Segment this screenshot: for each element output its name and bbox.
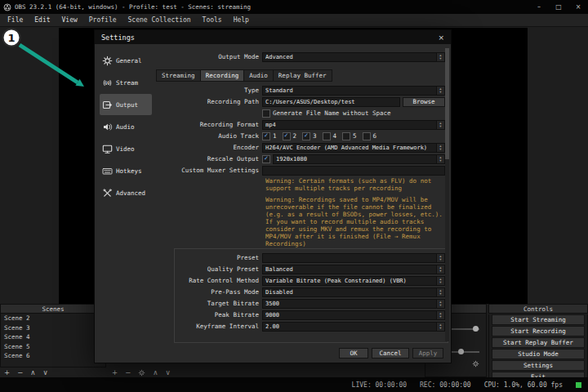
menu-tools[interactable]: Tools	[197, 14, 228, 27]
track-6-checkbox[interactable]	[363, 132, 371, 140]
prepass-mode-label: Pre-Pass Mode	[145, 288, 262, 296]
maximize-button[interactable]: □	[549, 0, 568, 14]
peak-bitrate-spinbox[interactable]: 9000▴▾	[262, 310, 445, 320]
source-properties-gear-icon[interactable]	[138, 369, 145, 376]
mixer-gear-icon[interactable]	[472, 360, 479, 368]
tab-streaming[interactable]: Streaming	[156, 69, 200, 82]
sidebar-item-label: Advanced	[116, 189, 145, 197]
spinner-arrows-icon[interactable]: ▴▾	[436, 288, 444, 296]
quality-preset-select[interactable]: Balanced▴▾	[262, 265, 445, 274]
spinner-arrows-icon[interactable]: ▴▾	[436, 311, 444, 319]
sidebar-item-video[interactable]: Video	[100, 138, 152, 159]
minimize-button[interactable]: –	[529, 0, 549, 14]
menu-scene-collection[interactable]: Scene Collection	[122, 14, 197, 27]
settings-dialog-title: Settings	[101, 33, 135, 42]
controls-dock: Controls Start Streaming Start Recording…	[488, 304, 588, 377]
volume-slider-handle[interactable]	[473, 326, 479, 332]
rescale-resolution-select[interactable]: 1920x1080▴▾	[273, 154, 445, 164]
scene-list-item[interactable]: Scene 3	[1, 323, 105, 333]
dialog-close-icon[interactable]: ×	[438, 33, 444, 42]
spinner-arrows-icon[interactable]: ▴▾	[436, 300, 444, 308]
type-select[interactable]: Standard▴▾	[262, 86, 445, 96]
track-1-checkbox[interactable]: ✓	[262, 132, 270, 140]
cancel-button[interactable]: Cancel	[372, 348, 409, 359]
spinner-arrows-icon[interactable]: ▴▾	[436, 87, 444, 95]
dialog-scrollbar[interactable]	[445, 48, 449, 341]
start-replay-buffer-button[interactable]: Start Replay Buffer	[492, 337, 585, 348]
recording-format-label: Recording Format	[145, 121, 262, 128]
sidebar-item-output[interactable]: Output	[100, 94, 152, 115]
rate-control-select[interactable]: Variable Bitrate (Peak Constrained) (VBR…	[262, 276, 445, 286]
tab-audio[interactable]: Audio	[243, 69, 273, 82]
preset-select[interactable]: ▴▾	[262, 253, 445, 263]
settings-dialog-titlebar: Settings ×	[95, 30, 451, 44]
close-button[interactable]: ×	[568, 0, 588, 14]
spinner-arrows-icon[interactable]: ▴▾	[436, 254, 444, 262]
menu-profile[interactable]: Profile	[83, 14, 122, 27]
spinner-arrows-icon[interactable]: ▴▾	[436, 144, 444, 152]
volume-slider-handle[interactable]	[458, 349, 464, 354]
sidebar-item-advanced[interactable]: Advanced	[100, 182, 152, 203]
browse-button[interactable]: Browse	[403, 97, 445, 107]
start-recording-button[interactable]: Start Recording	[492, 326, 585, 336]
scene-list-item[interactable]: Scene 4	[1, 332, 105, 342]
apply-button[interactable]: Apply	[412, 348, 443, 359]
keyframe-interval-spinbox[interactable]: 2.00▴▾	[262, 322, 445, 332]
spinner-arrows-icon[interactable]: ▴▾	[436, 323, 444, 331]
spinner-arrows-icon[interactable]: ▴▾	[436, 121, 444, 129]
target-bitrate-spinbox[interactable]: 3500▴▾	[262, 299, 445, 309]
no-space-checkbox[interactable]	[262, 109, 270, 118]
rescale-output-checkbox[interactable]: ✓	[262, 155, 270, 163]
encoder-select[interactable]: H264/AVC Encoder (AMD Advanced Media Fra…	[262, 143, 445, 153]
menu-file[interactable]: File	[2, 14, 29, 27]
window-title: OBS 23.2.1 (64-bit, windows) - Profile: …	[15, 3, 251, 11]
scene-down-icon[interactable]: ∨	[42, 368, 47, 377]
track-5-checkbox[interactable]	[342, 132, 350, 140]
menu-view[interactable]: View	[56, 14, 83, 27]
sidebar-item-stream[interactable]: A Stream	[100, 72, 152, 93]
settings-button[interactable]: Settings	[492, 360, 585, 371]
spinner-arrows-icon[interactable]: ▴▾	[436, 265, 444, 274]
track-3-checkbox[interactable]: ✓	[302, 132, 310, 140]
spinner-arrows-icon[interactable]: ▴▾	[436, 277, 444, 285]
output-mode-select[interactable]: Advanced▴▾	[262, 52, 445, 62]
broadcast-icon: A	[102, 78, 113, 88]
scene-list-item[interactable]: Scene 2	[1, 314, 105, 323]
warning-mp4-text: Warning: Recordings saved to MP4/MOV wil…	[265, 196, 447, 247]
quality-preset-label: Quality Preset	[145, 265, 262, 273]
scene-list-item[interactable]: Scene 6	[1, 351, 105, 361]
menu-edit[interactable]: Edit	[29, 14, 56, 27]
menu-help[interactable]: Help	[228, 14, 255, 27]
studio-mode-button[interactable]: Studio Mode	[492, 349, 585, 359]
start-streaming-button[interactable]: Start Streaming	[492, 314, 585, 325]
prepass-mode-select[interactable]: Disabled▴▾	[262, 287, 445, 297]
window-titlebar: OBS 23.2.1 (64-bit, windows) - Profile: …	[0, 0, 588, 14]
tab-recording[interactable]: Recording	[200, 69, 244, 82]
sidebar-item-label: Audio	[116, 123, 135, 131]
add-scene-icon[interactable]: +	[4, 368, 10, 377]
sidebar-item-hotkeys[interactable]: Hotkeys	[100, 160, 152, 181]
recording-format-select[interactable]: mp4▴▾	[262, 120, 445, 130]
sidebar-item-general[interactable]: General	[100, 50, 152, 71]
muxer-settings-input[interactable]	[262, 166, 445, 176]
scrollbar-thumb[interactable]	[445, 48, 449, 159]
spinner-arrows-icon[interactable]: ▴▾	[436, 53, 444, 61]
remove-source-icon[interactable]: −	[125, 368, 131, 377]
track-2-checkbox[interactable]: ✓	[283, 132, 291, 140]
tools-icon	[102, 188, 113, 198]
track-4-checkbox[interactable]	[323, 132, 331, 140]
source-down-icon[interactable]: ∨	[165, 368, 170, 377]
sidebar-item-audio[interactable]: Audio	[100, 116, 152, 137]
scene-up-icon[interactable]: ∧	[30, 368, 35, 377]
sources-toolbar: + − ∧ ∨	[108, 368, 180, 377]
ok-button[interactable]: OK	[339, 348, 368, 359]
add-source-icon[interactable]: +	[112, 368, 118, 377]
scenes-dock: Scenes Scene 2 Scene 3 Scene 4 Scene 5 S…	[0, 304, 106, 377]
menubar: File Edit View Profile Scene Collection …	[0, 14, 588, 27]
source-up-icon[interactable]: ∧	[153, 368, 158, 377]
scene-list-item[interactable]: Scene 5	[1, 342, 105, 352]
remove-scene-icon[interactable]: −	[17, 368, 23, 377]
tab-replay-buffer[interactable]: Replay Buffer	[273, 69, 332, 82]
spinner-arrows-icon[interactable]: ▴▾	[436, 155, 444, 163]
recording-path-input[interactable]: C:/Users/ASUS/Desktop/test	[262, 97, 400, 107]
